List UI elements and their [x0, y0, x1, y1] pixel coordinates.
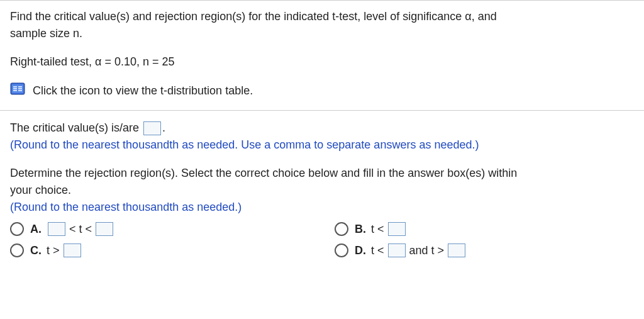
critical-value-input[interactable]	[143, 121, 161, 135]
rr-prompt-line1: Determine the rejection region(s). Selec…	[10, 167, 517, 179]
rr-instruction: (Round to the nearest thousandth as need…	[10, 201, 242, 213]
choice-a[interactable]: A. < t <	[10, 222, 309, 236]
table-link-row: Click the icon to view the t-distributio…	[10, 82, 634, 100]
book-icon[interactable]	[10, 82, 26, 100]
choice-d-text-1: t <	[371, 244, 384, 257]
radio-b[interactable]	[335, 222, 348, 236]
choice-a-input-2[interactable]	[96, 222, 113, 236]
table-link-text[interactable]: Click the icon to view the t-distributio…	[33, 84, 253, 98]
cv-instruction: (Round to the nearest thousandth as need…	[10, 138, 479, 151]
choice-d-input-1[interactable]	[388, 243, 406, 257]
rr-prompt-line2: your choice.	[10, 184, 71, 196]
test-parameters: Right-tailed test, α = 0.10, n = 25	[10, 53, 634, 70]
rejection-region-section: Determine the rejection region(s). Selec…	[10, 165, 634, 216]
choice-d-input-2[interactable]	[448, 243, 465, 257]
intro-text-line1: Find the critical value(s) and rejection…	[10, 10, 497, 23]
cv-prompt-suffix: .	[162, 121, 165, 134]
choice-c-label: C.	[30, 244, 42, 257]
choice-b-body: B. t <	[355, 222, 407, 236]
intro-text-line2: sample size n.	[10, 27, 82, 40]
critical-value-section: The critical value(s) is/are . (Round to…	[10, 120, 634, 154]
problem-statement: Find the critical value(s) and rejection…	[10, 8, 634, 42]
choice-a-text: < t <	[69, 223, 92, 236]
choice-grid: A. < t < B. t < C. t >	[10, 222, 634, 257]
radio-c[interactable]	[10, 243, 24, 257]
choice-d-text-2: and t >	[409, 244, 445, 257]
choice-c-text: t >	[47, 244, 60, 257]
cv-prompt-prefix: The critical value(s) is/are	[10, 121, 142, 134]
choice-d-body: D. t < and t >	[355, 243, 467, 257]
choice-d[interactable]: D. t < and t >	[335, 243, 634, 257]
radio-a[interactable]	[10, 222, 24, 236]
question-container: Find the critical value(s) and rejection…	[0, 0, 644, 262]
choice-c-input-1[interactable]	[64, 243, 81, 257]
choice-a-label: A.	[30, 223, 42, 236]
choice-c[interactable]: C. t >	[10, 243, 309, 257]
choice-b-text: t <	[371, 223, 384, 236]
choice-d-label: D.	[355, 244, 366, 257]
radio-d[interactable]	[335, 243, 348, 257]
choice-a-body: A. < t <	[30, 222, 114, 236]
choice-b-label: B.	[355, 223, 366, 236]
choice-b-input-1[interactable]	[388, 222, 406, 236]
choice-a-input-1[interactable]	[48, 222, 65, 236]
choice-c-body: C. t >	[30, 243, 82, 257]
choice-b[interactable]: B. t <	[335, 222, 634, 236]
divider	[0, 110, 644, 111]
